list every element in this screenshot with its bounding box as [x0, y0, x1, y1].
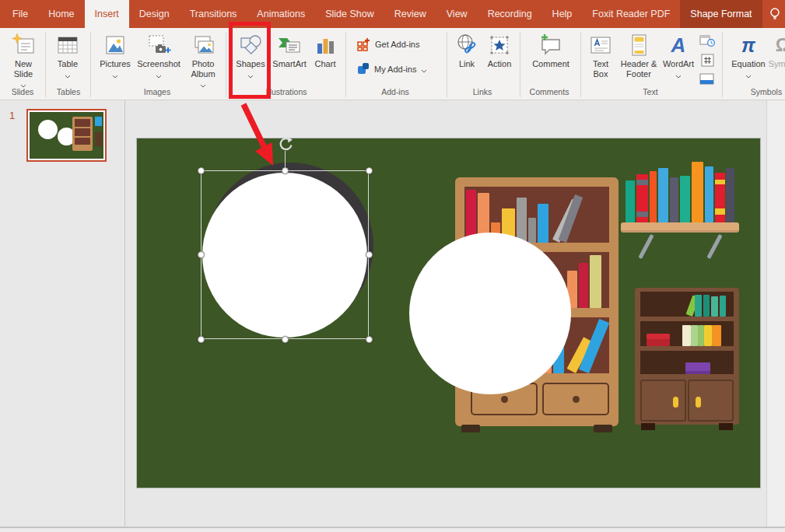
book	[538, 204, 548, 243]
equation-icon: π	[741, 36, 755, 55]
book	[704, 325, 712, 346]
chevron-down-icon	[112, 71, 118, 81]
text-box-button[interactable]: Text Box	[585, 31, 616, 79]
book	[726, 168, 734, 222]
shelf-plank	[621, 222, 739, 233]
tab-help[interactable]: Help	[542, 0, 583, 28]
screenshot-label: Screenshot	[137, 59, 180, 69]
wordart-button[interactable]: A WordArt	[660, 31, 697, 80]
symbol-icon: Ω	[776, 37, 785, 54]
book	[711, 296, 718, 317]
pictures-button[interactable]: Pictures	[95, 31, 135, 80]
new-slide-label: New Slide	[5, 59, 42, 79]
equation-button[interactable]: π Equation	[730, 31, 767, 80]
tab-home[interactable]: Home	[38, 0, 84, 28]
date-time-icon	[699, 34, 715, 47]
book	[691, 325, 698, 346]
chart-icon	[314, 31, 337, 59]
book	[695, 295, 702, 317]
tab-slide-show[interactable]: Slide Show	[315, 0, 384, 28]
header-footer-icon	[626, 31, 651, 59]
date-time-button[interactable]	[699, 33, 716, 48]
group-label-text: Text	[643, 87, 657, 96]
chart-button[interactable]: Chart	[308, 31, 342, 69]
tab-foxit-reader-pdf[interactable]: Foxit Reader PDF	[582, 0, 680, 28]
drawer	[542, 383, 609, 415]
wall-shelf-books	[626, 159, 734, 222]
header-footer-button[interactable]: Header & Footer	[618, 31, 660, 79]
equation-label: Equation	[731, 59, 765, 69]
resize-handle-bottom-center[interactable]	[282, 336, 289, 343]
slide-canvas[interactable]	[137, 138, 760, 488]
book	[647, 339, 670, 346]
resize-handle-bottom-left[interactable]	[198, 336, 205, 343]
cabinet-shelf	[640, 321, 734, 346]
action-button[interactable]: Action	[482, 31, 517, 69]
pictures-icon	[103, 31, 128, 59]
book	[579, 263, 588, 308]
my-add-ins-icon	[356, 62, 370, 75]
selection-bounding-box	[201, 170, 369, 339]
group-label-add-ins: Add-ins	[381, 87, 409, 96]
book	[647, 334, 670, 339]
drawer-knob	[573, 396, 580, 403]
book	[658, 168, 668, 222]
tab-view[interactable]: View	[436, 0, 478, 28]
book	[670, 177, 678, 222]
tab-insert[interactable]: Insert	[85, 0, 129, 28]
get-add-ins-label: Get Add-ins	[375, 40, 419, 49]
group-label-tables: Tables	[57, 87, 80, 96]
comment-button[interactable]: Comment	[529, 31, 573, 69]
resize-handle-middle-right[interactable]	[366, 251, 373, 258]
pictures-label: Pictures	[100, 59, 131, 69]
my-add-ins-button[interactable]: My Add-ins	[356, 62, 427, 75]
insert-object-button[interactable]	[699, 72, 716, 87]
chevron-down-icon	[745, 71, 752, 81]
action-icon	[487, 31, 512, 59]
white-circle-shape-2[interactable]	[409, 233, 571, 394]
action-label: Action	[488, 59, 512, 69]
slide-number-icon	[701, 54, 714, 67]
tab-recording[interactable]: Recording	[478, 0, 542, 28]
book	[517, 198, 527, 243]
resize-handle-middle-left[interactable]	[198, 251, 205, 258]
wordart-icon: A	[671, 35, 686, 55]
tab-file[interactable]: File	[0, 0, 38, 28]
cabinet-illustration[interactable]	[635, 288, 739, 425]
book	[680, 176, 690, 222]
photo-album-button[interactable]: Photo Album	[184, 31, 223, 90]
vertical-scrollbar[interactable]	[766, 100, 785, 527]
new-slide-button[interactable]: New Slide	[5, 31, 42, 90]
smartart-icon	[276, 31, 303, 59]
slide-number-button[interactable]	[699, 52, 716, 68]
tab-shape-format[interactable]: Shape Format	[680, 0, 762, 28]
bookshelf-foot	[461, 425, 480, 432]
drawer-knob	[501, 396, 508, 403]
book	[698, 325, 704, 346]
tab-review[interactable]: Review	[384, 0, 436, 28]
resize-handle-top-right[interactable]	[366, 167, 373, 174]
new-slide-icon	[11, 31, 36, 59]
slide-thumbnail-preview	[30, 112, 103, 159]
book	[636, 174, 648, 222]
link-button[interactable]: Link	[453, 31, 481, 69]
book	[703, 295, 710, 317]
get-add-ins-button[interactable]: Get Add-ins	[356, 37, 419, 51]
comment-label: Comment	[532, 59, 569, 69]
comment-icon	[538, 31, 564, 59]
resize-handle-top-left[interactable]	[198, 167, 205, 174]
cabinet-door	[640, 380, 686, 422]
resize-handle-bottom-right[interactable]	[366, 336, 373, 343]
group-label-slides: Slides	[12, 87, 34, 96]
header-footer-label: Header & Footer	[618, 59, 660, 79]
tab-design[interactable]: Design	[129, 0, 180, 28]
table-button[interactable]: Table	[49, 31, 86, 80]
slide-thumbnail[interactable]	[26, 109, 107, 162]
table-label: Table	[58, 59, 78, 69]
cabinet-shelf	[640, 292, 734, 317]
symbol-button[interactable]: Ω Symbol	[767, 31, 785, 69]
tell-me-control[interactable]: T	[762, 0, 785, 28]
smartart-button[interactable]: SmartArt	[269, 31, 310, 69]
link-label: Link	[459, 59, 475, 69]
screenshot-button[interactable]: Screenshot	[135, 31, 182, 80]
